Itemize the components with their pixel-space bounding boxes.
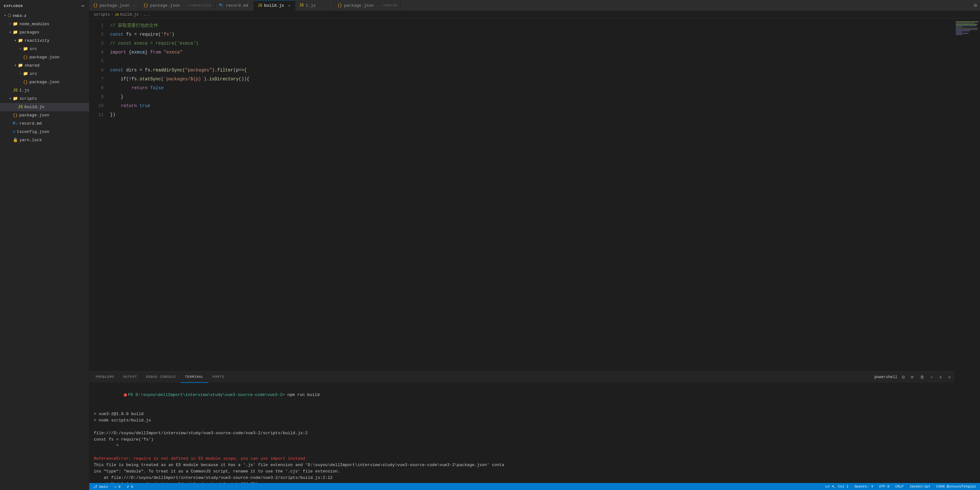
status-eol[interactable]: CRLF (894, 485, 905, 488)
folder-icon: 📁 (13, 29, 18, 36)
status-spaces[interactable]: Spaces: 4 (853, 485, 875, 488)
sidebar-item-node-modules[interactable]: › 📁 node_modules (0, 20, 89, 29)
tab-pkg-backslash-label: package.json (100, 3, 129, 8)
tab-pkg-shared-label: package.json (344, 3, 374, 8)
breadcrumb-buildjs[interactable]: JS build.js (115, 13, 139, 17)
chevron-down-icon: ▾ (13, 37, 18, 44)
new-file-icon[interactable]: ⋯ (81, 3, 85, 9)
code-lines: // 获取需要打包的文件 const fs = require('fs') //… (107, 19, 955, 371)
sidebar-item-packages[interactable]: ▾ 📁 packages (0, 29, 89, 37)
status-lang[interactable]: JavaScript (908, 485, 932, 488)
sidebar-item-tsconfig[interactable]: › ⚙ tsconfig.json (0, 128, 89, 136)
pkg-shared-label: package.json (30, 79, 60, 86)
status-encoding[interactable]: UTF-8 (878, 485, 891, 488)
yarnlock-label: yarn.lock (19, 137, 42, 144)
bottom-panel: PROBLEMS OUTPUT DEBUG CONSOLE TERMINAL P… (89, 371, 955, 483)
json-file-icon: {} (23, 79, 28, 86)
reactivity-label: reactivity (25, 37, 49, 44)
folder-icon: 📁 (23, 70, 28, 78)
folder-icon: 📁 (18, 37, 23, 44)
tab-output[interactable]: OUTPUT (119, 372, 142, 383)
tab-pkg-backslash[interactable]: {} package.json .\ (89, 0, 140, 11)
tab-pkg-shared[interactable]: {} package.json ...\shared (334, 0, 401, 11)
node-modules-label: node_modules (19, 21, 49, 28)
js-file-icon: JS (18, 103, 23, 111)
tab-record-md[interactable]: M↓ record.md (216, 0, 254, 11)
status-warnings[interactable]: ⚠ 0 (113, 485, 122, 489)
sidebar-item-1js[interactable]: › JS 1.js (0, 86, 89, 95)
line-num-7: 7 (89, 75, 103, 84)
panel-actions: powershell ⧉ ⊞ 🗑 ⋯ ∧ ✕ (875, 374, 953, 381)
sidebar-item-recordmd[interactable]: › M↓ record.md (0, 119, 89, 128)
code-editor[interactable]: 1 2 3 4 5 6 7 8 9 10 11 // 获取需要打包的文件 con (89, 19, 955, 371)
status-cursor[interactable]: Ln 4, Col 1 (824, 485, 850, 488)
close-panel-icon[interactable]: ✕ (946, 374, 953, 381)
split-terminal-icon[interactable]: ⧉ (900, 374, 907, 381)
tab-1js[interactable]: JS 1.js (295, 0, 334, 11)
status-bar: ⎇ main ⚠ 0 ✗ 0 Ln 4, Col 1 Spaces: 4 UTF… (89, 483, 980, 490)
minimap-line (956, 28, 978, 29)
tab-pkg-reactivity[interactable]: {} package.json ...\reactivity (140, 0, 215, 11)
sidebar-item-buildjs[interactable]: › JS build.js (0, 103, 89, 111)
status-branch[interactable]: ⎇ main (92, 485, 109, 489)
tab-problems[interactable]: PROBLEMS (91, 372, 119, 383)
minimap-line (956, 33, 969, 34)
root-label: VUE3-2 (13, 13, 27, 19)
folder-icon: ⬡ (8, 13, 11, 19)
add-terminal-icon[interactable]: ⊞ (909, 374, 916, 381)
sidebar-item-reactivity[interactable]: ▾ 📁 reactivity (0, 37, 89, 45)
terminal-content[interactable]: PS D:\suyou\dellImport\interview\study\v… (89, 383, 955, 483)
sidebar-item-src-shared[interactable]: › 📁 src (0, 70, 89, 78)
breadcrumb-scripts[interactable]: scripts (94, 13, 110, 17)
tab-close-button[interactable]: ✕ (287, 3, 291, 8)
sidebar: EXPLORER ⋯ ▾ ⬡ VUE3-2 › 📁 node_modules ▾… (0, 0, 89, 490)
line-num-8: 8 (89, 84, 103, 92)
sidebar-title: EXPLORER (4, 4, 23, 8)
buildjs-label: build.js (25, 103, 45, 111)
chevron-down-icon: ▾ (3, 13, 8, 19)
code-line-2: const fs = require('fs') (107, 30, 955, 39)
yarn-file-icon: 🔒 (13, 137, 18, 144)
sidebar-item-pkg-shared[interactable]: › {} package.json (0, 78, 89, 86)
line-num-10: 10 (89, 101, 103, 110)
breadcrumb: scripts › JS build.js › ... (89, 11, 980, 19)
sidebar-item-src-reactivity[interactable]: › 📁 src (0, 45, 89, 53)
json-file-icon: {} (23, 54, 28, 61)
trash-icon[interactable]: 🗑 (918, 374, 926, 381)
term-line-blank3 (94, 449, 950, 455)
tab-pkg-shared-sublabel: ...\shared (375, 3, 397, 7)
minimap-line (956, 24, 977, 25)
status-right: Ln 4, Col 1 Spaces: 4 UTF-8 CRLF JavaScr… (824, 485, 977, 488)
minimap-line (956, 27, 962, 27)
term-line-9: This file is being treated as an ES modu… (94, 462, 950, 468)
breadcrumb-sep1: › (111, 13, 113, 17)
chevron-up-icon[interactable]: ∧ (937, 374, 943, 381)
status-errors[interactable]: ✗ 0 (126, 485, 135, 489)
js-file-icon: JS (13, 87, 18, 94)
chevron-down-icon: ▾ (8, 29, 13, 36)
folder-icon: 📁 (13, 21, 18, 28)
tab-debug-console[interactable]: DEBUG CONSOLE (142, 372, 180, 383)
root-folder[interactable]: ▾ ⬡ VUE3-2 (0, 12, 89, 20)
terminal-label: powershell (875, 375, 897, 379)
code-line-9: } (107, 92, 955, 101)
sidebar-item-pkg-reactivity[interactable]: › {} package.json (0, 53, 89, 62)
panel-tab-bar: PROBLEMS OUTPUT DEBUG CONSOLE TERMINAL P… (89, 372, 955, 383)
tab-terminal[interactable]: TERMINAL (180, 372, 208, 383)
tab-build-js[interactable]: JS build.js ✕ (254, 0, 295, 11)
tab-1js-label: 1.js (306, 3, 316, 8)
json-file-icon: {} (13, 112, 18, 119)
sidebar-item-yarnlock[interactable]: › 🔒 yarn.lock (0, 136, 89, 145)
sidebar-item-scripts[interactable]: ▾ 📁 scripts (0, 95, 89, 103)
tab-ports[interactable]: PORTS (208, 372, 228, 383)
more-icon[interactable]: ⋯ (929, 374, 935, 381)
split-editor-button[interactable]: ⧉ (971, 0, 980, 11)
line-num-9: 9 (89, 92, 103, 101)
minimap-line (956, 21, 979, 22)
pkg-reactivity-label: package.json (30, 54, 60, 61)
code-line-10: return true (107, 101, 955, 110)
tab-record-md-label: record.md (226, 3, 248, 8)
sidebar-item-pkg-root[interactable]: › {} package.json (0, 111, 89, 119)
sidebar-item-shared[interactable]: ▾ 📁 shared (0, 62, 89, 70)
line-num-4: 4 (89, 48, 103, 57)
